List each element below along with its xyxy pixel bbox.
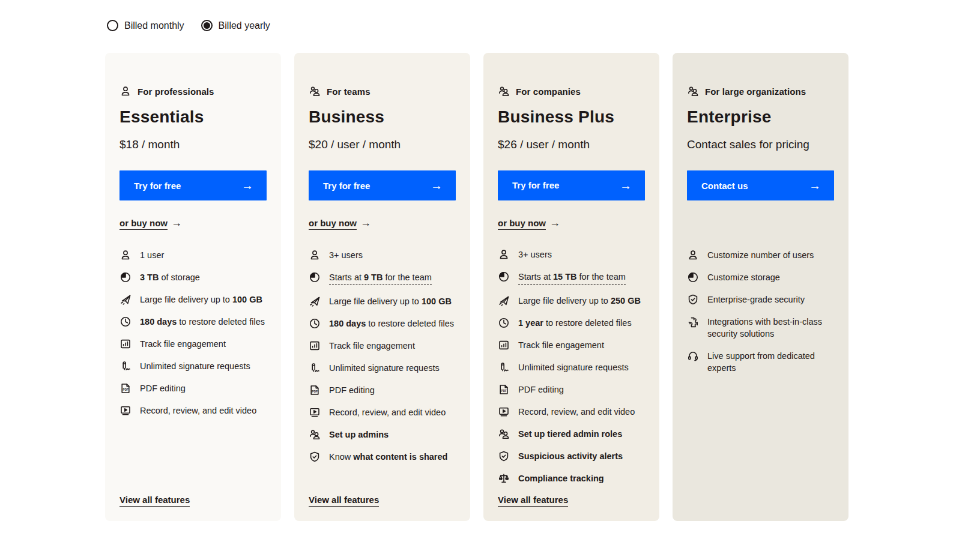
secondary-link-area — [687, 217, 834, 249]
plan-name: Business Plus — [498, 107, 645, 127]
person-icon — [119, 85, 132, 97]
feature-text: PDF editing — [329, 384, 375, 396]
feature-item: Integrations with best-in-class security… — [687, 316, 834, 340]
feature-item: Record, review, and edit video — [498, 406, 645, 418]
arrow-right-icon: → — [241, 179, 253, 191]
arrow-right-icon: → — [549, 217, 560, 229]
feature-text: Compliance tracking — [518, 472, 604, 484]
arrow-right-icon: → — [171, 217, 182, 229]
feature-item: Unlimited signature requests — [309, 362, 456, 374]
radio-label: Billed monthly — [124, 20, 184, 31]
radio-billed-monthly[interactable]: Billed monthly — [107, 20, 184, 31]
video-icon — [309, 406, 321, 418]
storage-icon — [119, 271, 132, 283]
feature-text: PDF editing — [518, 384, 564, 396]
plan-card: For professionals Essentials $18 / month… — [105, 53, 281, 521]
feature-text: Know what content is shared — [329, 451, 447, 463]
feature-item: 3+ users — [309, 249, 456, 261]
feature-item: 3 TB of storage — [119, 271, 267, 283]
shield-icon — [309, 451, 321, 463]
clock-icon — [119, 316, 132, 328]
buy-now-link[interactable]: or buy now — [309, 218, 357, 230]
view-all-features-link[interactable]: View all features — [119, 495, 190, 507]
feature-list: 3+ usersStarts at 15 TB for the teamLarg… — [498, 248, 645, 495]
feature-list: 3+ usersStarts at 9 TB for the teamLarge… — [309, 249, 456, 473]
radio-billed-yearly[interactable]: Billed yearly — [201, 20, 270, 31]
feature-list: 1 user3 TB of storageLarge file delivery… — [119, 249, 267, 427]
feature-item: Track file engagement — [498, 339, 645, 351]
cta-label: Try for free — [134, 181, 181, 191]
plan-price: Contact sales for pricing — [687, 138, 834, 151]
people-icon — [498, 85, 510, 97]
feature-item: Compliance tracking — [498, 472, 645, 484]
plan-card: For companies Business Plus $26 / user /… — [483, 53, 659, 521]
signature-icon — [309, 362, 321, 374]
signature-icon — [119, 360, 132, 372]
feature-list: Customize number of usersCustomize stora… — [687, 249, 834, 384]
storage-icon — [687, 271, 699, 283]
feature-text: Set up tiered admin roles — [518, 428, 622, 440]
feature-text[interactable]: Starts at 15 TB for the team — [518, 271, 626, 285]
view-all-features-link[interactable]: View all features — [309, 495, 379, 507]
card-footer: View all features — [498, 495, 645, 505]
card-footer: View all features — [309, 495, 456, 505]
feature-text: Enterprise-grade security — [707, 294, 805, 306]
buy-now-link[interactable]: or buy now — [498, 218, 546, 230]
audience-label: For companies — [516, 86, 581, 97]
feature-item: Starts at 9 TB for the team — [309, 271, 456, 285]
plan-card: For teams Business $20 / user / month Tr… — [294, 53, 470, 521]
person-icon — [687, 249, 699, 261]
feature-text: Record, review, and edit video — [329, 406, 446, 418]
feature-item: Record, review, and edit video — [309, 406, 456, 418]
feature-item: Customize number of users — [687, 249, 834, 261]
feature-item: Record, review, and edit video — [119, 405, 267, 417]
people-icon — [309, 85, 321, 97]
feature-item: PDFPDF editing — [309, 384, 456, 396]
chart-icon — [119, 338, 132, 350]
plan-audience: For teams — [309, 85, 456, 97]
billing-toggle: Billed monthly Billed yearly — [107, 20, 270, 31]
person-icon — [119, 249, 132, 261]
storage-icon — [309, 271, 321, 283]
feature-item: Unlimited signature requests — [119, 360, 267, 372]
plan-card: For large organizations Enterprise Conta… — [673, 53, 848, 521]
feature-text: Unlimited signature requests — [518, 361, 629, 373]
secondary-link-area: or buy now→ — [498, 217, 645, 248]
chart-icon — [498, 339, 510, 351]
arrow-right-icon: → — [431, 179, 443, 191]
buy-now-link[interactable]: or buy now — [119, 218, 168, 230]
puzzle-icon — [687, 316, 699, 328]
scales-icon — [498, 472, 510, 484]
view-all-features-link[interactable]: View all features — [498, 495, 568, 507]
feature-text: Record, review, and edit video — [140, 405, 256, 417]
feature-item: PDFPDF editing — [498, 384, 645, 396]
cta-button[interactable]: Try for free → — [119, 170, 267, 200]
people-icon — [309, 429, 321, 441]
feature-item: 180 days to restore deleted files — [119, 316, 267, 328]
plan-audience: For professionals — [119, 85, 267, 97]
arrow-right-icon: → — [809, 179, 821, 191]
headset-icon — [687, 350, 699, 362]
feature-text: Track file engagement — [329, 340, 415, 352]
cta-label: Contact us — [701, 181, 748, 191]
person-icon — [498, 248, 510, 260]
feature-text[interactable]: Starts at 9 TB for the team — [329, 271, 432, 285]
cta-button[interactable]: Contact us → — [687, 170, 834, 200]
feature-text: 1 year to restore deleted files — [518, 317, 632, 329]
feature-text: Large file delivery up to 100 GB — [329, 295, 452, 307]
feature-text: 180 days to restore deleted files — [140, 316, 265, 328]
feature-text: Track file engagement — [518, 339, 604, 351]
radio-icon — [107, 20, 118, 31]
svg-text:PDF: PDF — [501, 390, 507, 393]
cta-button[interactable]: Try for free → — [498, 170, 645, 200]
pdf-icon: PDF — [119, 382, 132, 394]
send-icon — [309, 295, 321, 307]
cta-button[interactable]: Try for free → — [309, 170, 456, 200]
feature-item: Large file delivery up to 250 GB — [498, 295, 645, 307]
feature-item: Track file engagement — [309, 340, 456, 352]
feature-item: 180 days to restore deleted files — [309, 318, 456, 330]
feature-text: Set up admins — [329, 429, 389, 441]
feature-text: 180 days to restore deleted files — [329, 318, 454, 330]
clock-icon — [309, 318, 321, 330]
feature-text: Unlimited signature requests — [140, 360, 250, 372]
